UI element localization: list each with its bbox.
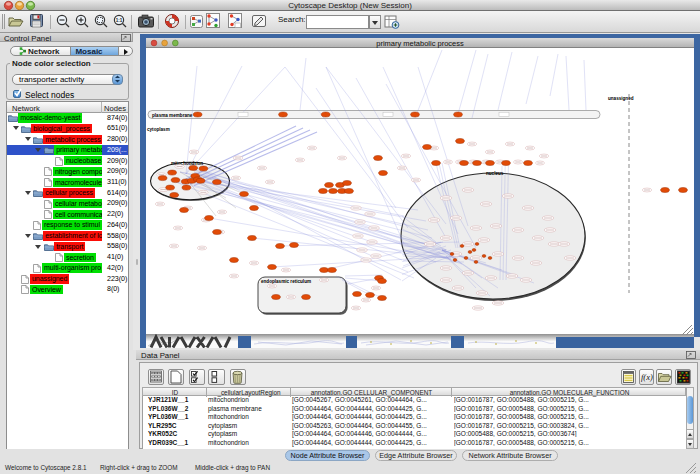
svg-text:f(x): f(x)	[641, 372, 653, 382]
svg-text:nucleus: nucleus	[486, 171, 504, 176]
svg-text:plasma membrane: plasma membrane	[152, 113, 193, 118]
svg-text:mitochondrion: mitochondrion	[171, 161, 203, 166]
svg-text:unassigned: unassigned	[608, 96, 634, 101]
svg-text:endoplasmic reticulum: endoplasmic reticulum	[261, 279, 311, 284]
svg-text:1:1: 1:1	[116, 18, 123, 23]
svg-text:cytoplasm: cytoplasm	[147, 127, 170, 132]
